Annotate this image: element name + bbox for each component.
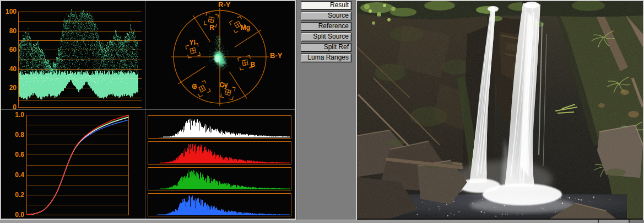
rgb-histograms [147,114,292,217]
curves-scale-label: 0.8 [10,131,24,139]
split-source-button[interactable]: Split Source [301,33,351,41]
luma-ranges-button[interactable]: Luma Ranges [301,54,351,62]
bottom-bar-divider [598,220,599,223]
curves-scale-label: 1.0 [10,111,24,119]
curves-scale-label: 0.4 [10,171,24,179]
vectorscope-trace [183,15,260,98]
waveform-scale-label: 80 [2,27,17,35]
rgb-curves-plot [25,114,131,217]
waveform-scale-label: 20 [2,84,17,92]
source-button[interactable]: Source [301,12,351,20]
panel-divider-vertical [145,1,145,219]
waterfall-photo [357,1,643,219]
reference-button[interactable]: Reference [301,22,351,31]
curves-scale-label: 0.2 [10,191,24,199]
waveform-scale-label: 40 [2,65,17,73]
result-button[interactable]: Result [301,1,351,10]
view-toolbar: Result Source Reference Split Source Spl… [296,0,356,220]
panel-divider-horizontal [1,109,295,110]
curves-scale-label: 0.0 [10,211,24,219]
waveform-scale-label: 100 [2,8,17,15]
viewer-image-panel [356,0,644,220]
curves-scale-label: 0.6 [10,151,24,158]
waveform-scale-label: 60 [2,46,17,54]
bottom-edge-bar [0,220,644,223]
bottom-bar-cell [630,220,644,223]
scopes-panel: 100 80 60 40 20 0 R-Y B-Y RMgBCyGYl 1.0 … [0,0,296,220]
split-ref-button[interactable]: Split Ref [301,43,351,52]
waveform-scope [17,7,144,109]
waveform-scale-label: 0 [2,103,17,111]
